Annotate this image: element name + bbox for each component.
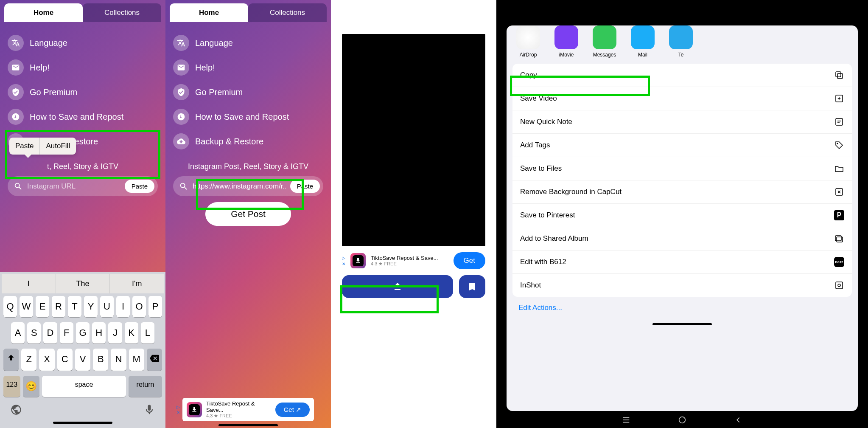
key[interactable]: C (57, 349, 73, 371)
key[interactable]: X (39, 349, 54, 371)
share-app-imovie[interactable]: iMovie (552, 25, 581, 58)
key[interactable]: P (148, 296, 162, 317)
app-label: AirDrop (520, 52, 537, 58)
key[interactable]: A (11, 322, 25, 344)
paste-button[interactable]: Paste (125, 180, 154, 193)
key[interactable]: W (20, 296, 33, 317)
return-key[interactable]: return (129, 376, 162, 397)
numbers-key[interactable]: 123 (3, 376, 20, 397)
action-inshot[interactable]: InShot (512, 274, 852, 297)
key[interactable]: Z (21, 349, 36, 371)
suggestion[interactable]: I'm (110, 274, 164, 293)
menu-premium[interactable]: Go Premium (173, 80, 323, 104)
menu-label: Help! (195, 63, 215, 73)
ad-get-button[interactable]: Get ↗ (275, 403, 310, 417)
tab-home[interactable]: Home (170, 3, 248, 22)
video-preview[interactable] (342, 34, 485, 246)
key[interactable]: G (76, 322, 90, 344)
key[interactable]: V (75, 349, 90, 371)
key[interactable]: M (129, 349, 144, 371)
home-icon[interactable] (678, 415, 687, 425)
key[interactable]: F (60, 322, 73, 344)
space-key[interactable]: space (42, 376, 126, 397)
action-copy[interactable]: Copy (512, 64, 852, 87)
menu-help[interactable]: Help! (8, 55, 158, 80)
ad-banner[interactable]: ▷✕ TiktoSave Repost & Save... 4.3 ★ FREE… (331, 246, 496, 275)
key[interactable]: R (52, 296, 65, 317)
share-button[interactable] (342, 275, 453, 298)
menu-help[interactable]: Help! (173, 55, 323, 80)
ad-get-button[interactable]: Get (454, 252, 485, 269)
search-field[interactable]: Paste (173, 176, 323, 196)
ctx-autofill[interactable]: AutoFill (40, 138, 76, 155)
action-save-video[interactable]: Save Video (512, 87, 852, 110)
key[interactable]: I (116, 296, 130, 317)
action-b612[interactable]: Edit with B612B612 (512, 251, 852, 274)
key[interactable]: E (36, 296, 49, 317)
suggestion[interactable]: I (2, 274, 56, 293)
backspace-key[interactable] (147, 349, 162, 371)
mic-icon[interactable] (143, 404, 155, 416)
key[interactable]: D (43, 322, 57, 344)
key[interactable]: O (132, 296, 146, 317)
globe-icon[interactable] (10, 404, 22, 416)
key[interactable]: S (27, 322, 41, 344)
menu-language[interactable]: Language (8, 31, 158, 55)
tab-collections[interactable]: Collections (248, 3, 327, 22)
action-quick-note[interactable]: New Quick Note (512, 110, 852, 134)
key[interactable]: T (68, 296, 81, 317)
recents-icon[interactable] (622, 415, 631, 425)
action-pinterest[interactable]: Save to PinterestP (512, 204, 852, 227)
key[interactable]: U (100, 296, 114, 317)
svg-rect-1 (836, 72, 841, 77)
edit-actions-link[interactable]: Edit Actions... (507, 297, 858, 319)
action-add-tags[interactable]: Add Tags (512, 134, 852, 157)
url-input[interactable] (27, 182, 120, 191)
share-app-airdrop[interactable]: AirDrop (513, 25, 543, 58)
menu-label: Language (30, 38, 67, 48)
share-app-messages[interactable]: Messages (590, 25, 619, 58)
key[interactable]: J (108, 322, 122, 344)
tag-icon (834, 140, 844, 150)
back-icon[interactable] (734, 415, 743, 425)
menu-howto[interactable]: How to Save and Repost (173, 104, 323, 129)
ctx-paste[interactable]: Paste (9, 138, 39, 155)
action-label: Copy (520, 71, 537, 79)
action-label: Add Tags (520, 141, 550, 149)
action-label: Save Video (520, 94, 557, 103)
key[interactable]: Q (3, 296, 17, 317)
app-label: iMovie (559, 52, 574, 58)
action-label: New Quick Note (520, 118, 572, 126)
key[interactable]: N (111, 349, 126, 371)
action-capcut[interactable]: Remove Background in CapCut (512, 180, 852, 204)
key[interactable]: B (93, 349, 108, 371)
key[interactable]: H (92, 322, 106, 344)
shift-key[interactable] (3, 349, 19, 371)
share-app-telegram[interactable]: Te (666, 25, 696, 58)
menu-howto[interactable]: How to Save and Repost (8, 104, 158, 129)
menu-backup[interactable]: Backup & Restore (173, 129, 323, 154)
action-shared-album[interactable]: Add to Shared Album (512, 227, 852, 251)
url-input[interactable] (193, 182, 286, 191)
tab-collections[interactable]: Collections (83, 3, 161, 22)
share-app-mail[interactable]: Mail (628, 25, 658, 58)
ad-banner[interactable]: ▷✕ TiktoSave Repost & Save... 4.3 ★ FREE… (182, 398, 314, 421)
menu-language[interactable]: Language (173, 31, 323, 55)
search-icon (179, 182, 188, 191)
search-field[interactable]: Paste (8, 176, 158, 196)
key[interactable]: L (141, 322, 154, 344)
b612-icon: B612 (834, 257, 844, 267)
tab-home[interactable]: Home (4, 3, 83, 22)
emoji-key[interactable]: 😊 (23, 376, 40, 397)
bookmark-button[interactable] (459, 275, 485, 298)
action-save-files[interactable]: Save to Files (512, 157, 852, 180)
menu-label: Go Premium (30, 87, 77, 97)
key[interactable]: K (125, 322, 138, 344)
key[interactable]: Y (84, 296, 98, 317)
ad-app-icon (350, 253, 366, 268)
suggestion[interactable]: The (56, 274, 110, 293)
paste-button[interactable]: Paste (290, 180, 320, 193)
get-post-button[interactable]: Get Post (205, 202, 291, 226)
ad-marker: ▷✕ (342, 256, 345, 266)
menu-premium[interactable]: Go Premium (8, 80, 158, 104)
